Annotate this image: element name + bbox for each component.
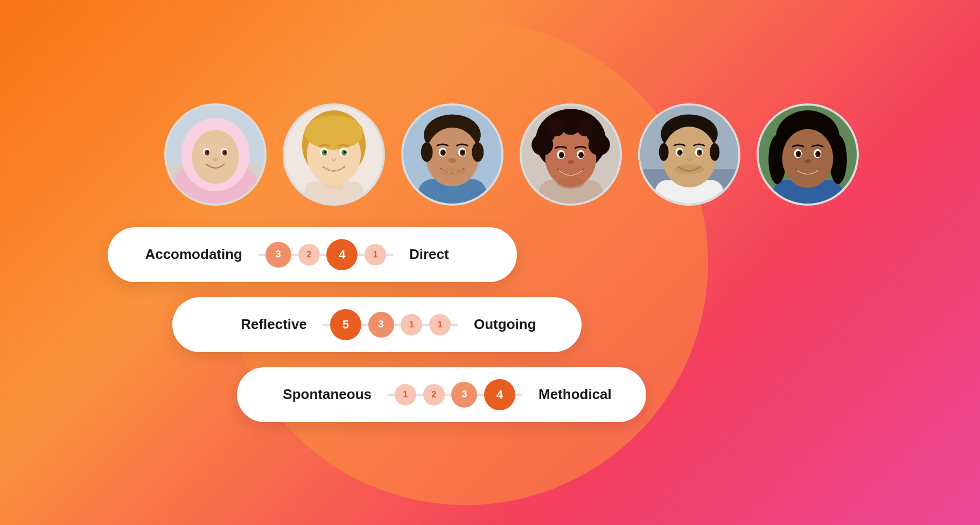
avatar-3 bbox=[401, 103, 503, 206]
svg-point-73 bbox=[699, 151, 702, 153]
track-line bbox=[291, 254, 298, 256]
slider-2-track: 5 3 1 1 bbox=[323, 309, 458, 340]
svg-point-12 bbox=[213, 158, 218, 160]
svg-point-24 bbox=[344, 151, 346, 153]
svg-point-57 bbox=[580, 153, 583, 156]
svg-point-37 bbox=[462, 151, 465, 153]
svg-point-5 bbox=[192, 130, 239, 184]
svg-point-72 bbox=[679, 151, 682, 153]
track-line bbox=[388, 394, 395, 396]
slider-1-dot-1: 3 bbox=[265, 242, 291, 268]
slider-2-dot-2: 3 bbox=[368, 312, 394, 338]
avatar-5 bbox=[638, 103, 740, 206]
slider-3-dot-3: 3 bbox=[451, 382, 477, 408]
track-line bbox=[445, 394, 452, 396]
svg-point-51 bbox=[577, 118, 594, 136]
slider-2-right-label: Outgoing bbox=[474, 316, 555, 333]
avatar-2 bbox=[283, 103, 385, 206]
slider-1-dot-4: 1 bbox=[365, 244, 386, 265]
track-line bbox=[358, 254, 365, 256]
slider-3-track: 1 2 3 4 bbox=[388, 379, 522, 410]
track-line bbox=[394, 324, 401, 326]
avatar-6 bbox=[757, 103, 859, 206]
track-line bbox=[451, 324, 458, 326]
slider-2-dot-1: 5 bbox=[330, 309, 361, 340]
svg-point-86 bbox=[797, 152, 800, 155]
slider-1-left-label: Accomodating bbox=[135, 246, 242, 263]
svg-point-31 bbox=[472, 142, 484, 162]
svg-point-59 bbox=[557, 177, 585, 188]
slider-3-dot-1: 1 bbox=[395, 384, 416, 405]
svg-point-29 bbox=[426, 127, 479, 186]
svg-point-67 bbox=[710, 143, 719, 161]
slider-card-2: Reflective 5 3 1 1 Outgoing bbox=[172, 297, 582, 352]
slider-3-dot-4: 4 bbox=[484, 379, 515, 410]
track-line bbox=[320, 254, 327, 256]
slider-3-left-label: Spontaneous bbox=[264, 386, 372, 403]
track-line bbox=[422, 324, 429, 326]
track-line bbox=[515, 394, 522, 396]
svg-point-56 bbox=[561, 153, 563, 156]
avatar-1 bbox=[164, 103, 267, 206]
track-line bbox=[416, 394, 423, 396]
slider-2-dots: 5 3 1 1 bbox=[323, 309, 458, 340]
slider-2-left-label: Reflective bbox=[199, 316, 307, 333]
slider-3-dots: 1 2 3 4 bbox=[388, 379, 522, 410]
slider-2-dot-3: 1 bbox=[401, 314, 422, 335]
slider-2-dot-4: 1 bbox=[429, 314, 451, 335]
track-line bbox=[477, 394, 484, 396]
svg-point-38 bbox=[449, 158, 457, 163]
svg-point-23 bbox=[324, 151, 326, 153]
slider-3-right-label: Methodical bbox=[538, 386, 619, 403]
svg-point-39 bbox=[439, 167, 466, 176]
svg-point-50 bbox=[547, 118, 565, 136]
content-wrapper: Accomodating 3 2 4 1 Direct Reflective bbox=[0, 0, 980, 525]
slider-1-track: 3 2 4 1 bbox=[258, 239, 393, 270]
svg-point-65 bbox=[662, 127, 716, 187]
svg-point-10 bbox=[207, 151, 209, 153]
svg-point-81 bbox=[782, 129, 834, 187]
svg-point-36 bbox=[442, 151, 445, 153]
slider-1-right-label: Direct bbox=[409, 246, 490, 263]
slider-1-dot-3: 4 bbox=[326, 239, 358, 270]
svg-point-18 bbox=[304, 115, 363, 150]
slider-3-dot-2: 2 bbox=[423, 384, 445, 405]
track-line bbox=[386, 254, 393, 256]
svg-point-74 bbox=[675, 164, 704, 174]
avatars-row bbox=[164, 103, 859, 206]
slider-1-dot-2: 2 bbox=[298, 244, 320, 265]
track-line bbox=[361, 324, 368, 326]
svg-point-11 bbox=[224, 151, 226, 153]
slider-1-dots: 3 2 4 1 bbox=[258, 239, 393, 270]
svg-point-30 bbox=[421, 142, 433, 162]
svg-point-66 bbox=[659, 143, 669, 161]
slider-card-3: Spontaneous 1 2 3 4 Methodical bbox=[237, 367, 646, 422]
svg-point-87 bbox=[817, 152, 820, 155]
slider-card-1: Accomodating 3 2 4 1 Direct bbox=[108, 227, 517, 282]
svg-point-58 bbox=[568, 160, 575, 164]
avatar-4 bbox=[520, 103, 622, 206]
sliders-section: Accomodating 3 2 4 1 Direct Reflective bbox=[108, 227, 646, 422]
track-line bbox=[258, 254, 265, 256]
track-line bbox=[323, 324, 330, 326]
svg-point-88 bbox=[804, 159, 811, 163]
